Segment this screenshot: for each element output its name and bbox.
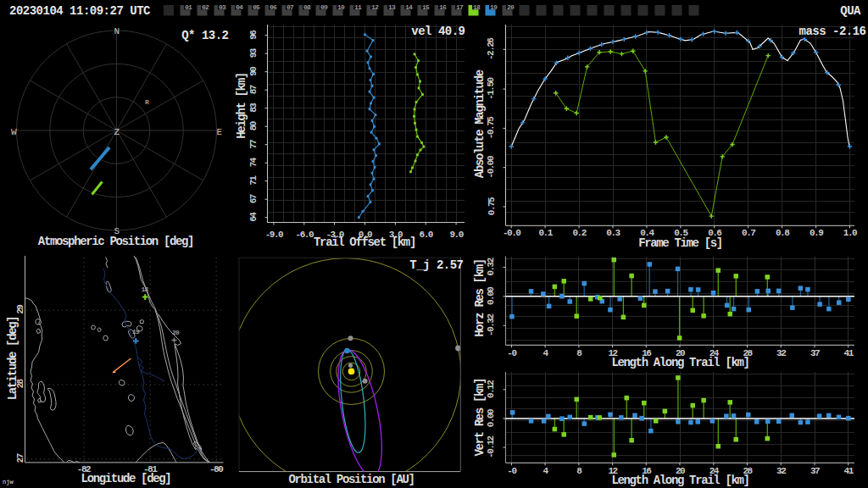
- svg-text:Vert Res [km]: Vert Res [km]: [473, 379, 487, 457]
- svg-text:02: 02: [202, 3, 209, 11]
- svg-text:04: 04: [236, 3, 243, 11]
- svg-text:0.8: 0.8: [776, 228, 790, 238]
- svg-text:11: 11: [354, 3, 362, 11]
- svg-text:Horz Res [km]: Horz Res [km]: [473, 259, 487, 337]
- svg-text:13: 13: [388, 3, 396, 11]
- svg-text:90: 90: [249, 67, 259, 76]
- svg-text:-0.75: -0.75: [487, 116, 497, 139]
- svg-text:67: 67: [249, 194, 259, 203]
- svg-text:0.1: 0.1: [538, 228, 553, 238]
- svg-text:96: 96: [249, 30, 259, 40]
- svg-text:15: 15: [422, 3, 430, 11]
- svg-text:20: 20: [507, 3, 515, 11]
- svg-text:Trail Offset [km]: Trail Offset [km]: [314, 236, 415, 249]
- svg-text:20: 20: [172, 329, 180, 336]
- svg-text:12: 12: [371, 3, 379, 11]
- svg-text:-9.0: -9.0: [265, 230, 283, 240]
- svg-text:Orbital Position [AU]: Orbital Position [AU]: [288, 473, 414, 486]
- svg-text:T_j 2.57: T_j 2.57: [409, 258, 463, 272]
- svg-text:64: 64: [249, 212, 259, 222]
- svg-text:Z: Z: [114, 127, 120, 137]
- svg-text:32: 32: [776, 466, 786, 476]
- svg-text:41: 41: [844, 348, 854, 358]
- svg-text:83: 83: [249, 103, 259, 113]
- svg-text:-1.50: -1.50: [487, 77, 497, 99]
- svg-text:9.0: 9.0: [449, 230, 463, 240]
- svg-text:18: 18: [141, 286, 148, 293]
- svg-text:-0.12: -0.12: [486, 435, 496, 458]
- svg-text:37: 37: [810, 348, 820, 358]
- svg-text:Height [km]: Height [km]: [235, 73, 248, 139]
- svg-text:18: 18: [473, 3, 481, 11]
- svg-text:0.00: 0.00: [486, 409, 496, 427]
- svg-text:4: 4: [543, 466, 549, 476]
- svg-text:Q* 13.2: Q* 13.2: [181, 29, 228, 42]
- svg-text:0.32: 0.32: [486, 258, 496, 275]
- svg-text:03: 03: [219, 3, 226, 11]
- svg-text:Length Along Trail [km]: Length Along Trail [km]: [611, 474, 748, 487]
- svg-text:E: E: [216, 127, 222, 137]
- svg-text:32: 32: [776, 348, 786, 358]
- svg-text:10: 10: [337, 3, 345, 11]
- svg-text:-0: -0: [507, 466, 516, 476]
- svg-text:74: 74: [249, 157, 259, 167]
- svg-text:08: 08: [303, 3, 311, 11]
- svg-text:-0.0: -0.0: [503, 228, 520, 238]
- svg-text:W: W: [11, 127, 17, 137]
- svg-text:-2.26: -2.26: [487, 38, 497, 60]
- svg-text:0.75: 0.75: [487, 197, 497, 215]
- svg-text:mass -2.16: mass -2.16: [798, 25, 865, 38]
- svg-text:93: 93: [249, 47, 259, 58]
- svg-text:0.9: 0.9: [810, 228, 823, 238]
- svg-text:20230104 11:09:27 UTC: 20230104 11:09:27 UTC: [9, 4, 151, 18]
- svg-text:N: N: [114, 26, 119, 36]
- svg-text:41: 41: [844, 466, 854, 476]
- svg-text:0.12: 0.12: [486, 380, 496, 398]
- svg-text:19: 19: [132, 328, 140, 336]
- svg-text:0.7: 0.7: [742, 228, 755, 238]
- svg-text:27: 27: [15, 453, 25, 463]
- svg-text:19: 19: [490, 3, 498, 11]
- svg-text:QUA: QUA: [840, 4, 861, 18]
- svg-text:17: 17: [456, 3, 464, 11]
- svg-text:07: 07: [287, 3, 294, 11]
- svg-text:-80: -80: [209, 464, 223, 474]
- svg-text:0.2: 0.2: [572, 228, 586, 238]
- svg-text:-0.00: -0.00: [487, 156, 497, 178]
- svg-text:6.0: 6.0: [420, 230, 433, 240]
- svg-text:80: 80: [249, 121, 259, 130]
- svg-text:06: 06: [270, 3, 277, 11]
- svg-text:0.00: 0.00: [486, 287, 496, 305]
- svg-text:16: 16: [439, 3, 447, 11]
- svg-text:4: 4: [543, 348, 549, 358]
- svg-text:0.3: 0.3: [606, 228, 620, 238]
- svg-text:vel 40.9: vel 40.9: [411, 25, 465, 38]
- svg-text:Atmospheric Position [deg]: Atmospheric Position [deg]: [38, 235, 193, 248]
- svg-text:87: 87: [249, 85, 259, 94]
- svg-text:Latitude [deg]: Latitude [deg]: [6, 317, 19, 401]
- svg-text:8: 8: [576, 466, 582, 476]
- svg-text:01: 01: [185, 3, 192, 11]
- svg-text:-0: -0: [507, 348, 516, 358]
- svg-text:-0.32: -0.32: [486, 314, 496, 336]
- svg-text:05: 05: [253, 3, 260, 11]
- svg-text:R: R: [145, 98, 149, 106]
- svg-text:Length Along Trail [km]: Length Along Trail [km]: [611, 356, 748, 369]
- svg-text:14: 14: [405, 3, 413, 11]
- svg-text:71: 71: [249, 175, 259, 186]
- svg-text:09: 09: [320, 3, 328, 11]
- svg-text:37: 37: [810, 466, 820, 476]
- svg-text:Frame Time [s]: Frame Time [s]: [638, 236, 722, 250]
- svg-text:1.0: 1.0: [843, 228, 857, 238]
- svg-text:29: 29: [15, 305, 25, 314]
- svg-text:77: 77: [249, 140, 259, 149]
- svg-text:njw: njw: [3, 479, 14, 485]
- svg-text:8: 8: [576, 348, 582, 358]
- svg-text:Absolute Magnitude: Absolute Magnitude: [473, 69, 487, 178]
- svg-text:-6.0: -6.0: [296, 230, 314, 240]
- svg-text:Longitude [deg]: Longitude [deg]: [81, 472, 171, 485]
